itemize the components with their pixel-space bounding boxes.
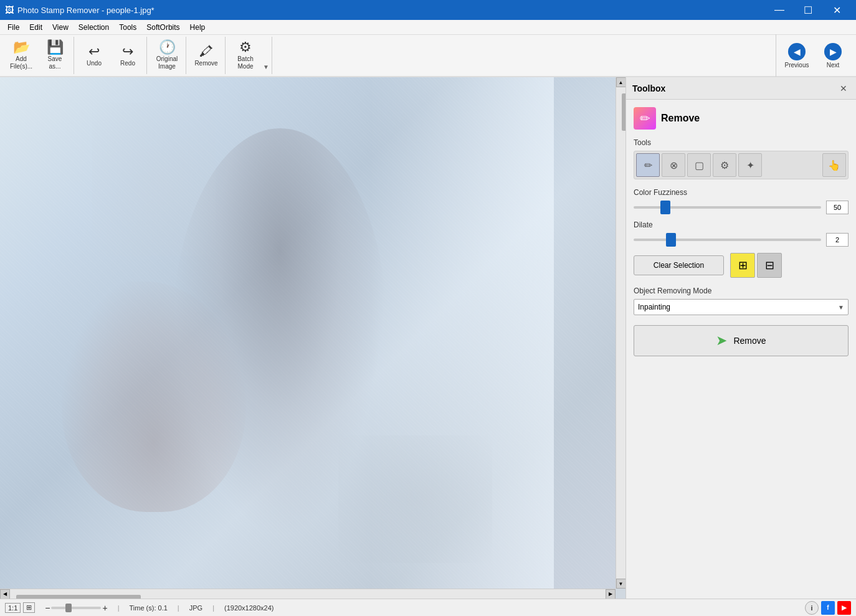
scroll-thumb-vertical[interactable] [622, 93, 626, 131]
maximize-button[interactable]: ☐ [794, 0, 822, 20]
object-removing-mode-label: Object Removing Mode [634, 287, 849, 295]
zoom-fit-icon[interactable]: ⊞ [23, 602, 35, 613]
status-zoom: 1:1 ⊞ [5, 602, 35, 613]
scroll-up-arrow[interactable]: ▲ [616, 77, 626, 87]
color-fuzziness-track [634, 206, 821, 209]
info-button[interactable]: i [805, 601, 819, 615]
toolbar-file-group: 📂 AddFile(s)... 💾 Saveas... [2, 37, 74, 74]
remove-action-button[interactable]: ➤ Remove [634, 325, 849, 356]
color-fuzziness-thumb[interactable] [660, 201, 670, 214]
close-button[interactable]: ✕ [822, 0, 851, 20]
selection-icon-1[interactable]: ⊞ [730, 253, 755, 278]
inpainting-dropdown[interactable]: Inpainting ▼ [634, 299, 849, 315]
remove-toolbar-icon: 🖍 [199, 45, 213, 59]
previous-button[interactable]: ◀ Previous [779, 36, 815, 75]
dilate-thumb[interactable] [666, 233, 676, 247]
magic-wand-tool-button[interactable]: ✦ [738, 153, 762, 177]
canvas-scrollbar-horizontal[interactable]: ◀ ▶ [0, 589, 616, 599]
original-image-icon: 🕐 [159, 40, 176, 54]
original-image-button[interactable]: 🕐 OriginalImage [151, 38, 183, 73]
smart-fill-tool-button[interactable]: ⚙ [713, 153, 736, 177]
dilate-row: 2 [634, 233, 849, 247]
previous-icon: ◀ [788, 43, 806, 60]
status-bar: 1:1 ⊞ − + | Time (s): 0.1 | JPG | (1920x… [0, 599, 856, 616]
clear-selection-button[interactable]: Clear Selection [634, 255, 724, 275]
dropdown-arrow-icon: ▼ [838, 304, 844, 311]
youtube-icon[interactable]: ▶ [837, 601, 851, 615]
remove-icon: ✏ [634, 107, 656, 130]
remove-toolbar-label: Remove [194, 60, 217, 67]
remove-toolbar-button[interactable]: 🖍 Remove [190, 38, 222, 73]
redo-label: Redo [120, 60, 135, 67]
zoom-slider: − + [45, 603, 107, 613]
menu-bar: File Edit View Selection Tools SoftOrbit… [0, 20, 856, 35]
scroll-down-arrow[interactable]: ▼ [616, 579, 626, 589]
selection-icons: ⊞ ⊟ [730, 253, 782, 278]
app-title: Photo Stamp Remover - people-1.jpg* [17, 6, 155, 15]
status-separator-2: | [178, 604, 179, 612]
batch-mode-button[interactable]: ⚙ BatchMode [229, 38, 262, 73]
rect-select-tool-button[interactable]: ▢ [687, 153, 711, 177]
status-separator-3: | [212, 604, 214, 612]
remove-arrow-icon: ➤ [716, 333, 727, 349]
menu-edit[interactable]: Edit [24, 22, 47, 33]
batch-mode-label: BatchMode [237, 55, 254, 70]
status-separator-1: | [118, 604, 120, 612]
add-files-button[interactable]: 📂 AddFile(s)... [5, 38, 37, 73]
canvas-scrollbar-vertical[interactable]: ▲ ▼ [616, 77, 625, 589]
main-area: ▲ ▼ ◀ ▶ Toolbox ✕ ✏ Remove T [0, 77, 856, 599]
minimize-button[interactable]: — [765, 0, 794, 20]
dilate-label: Dilate [634, 220, 849, 229]
dilate-slider[interactable] [634, 234, 821, 246]
save-as-icon: 💾 [47, 40, 64, 54]
menu-softorbits[interactable]: SoftOrbits [141, 22, 184, 33]
scroll-right-arrow[interactable]: ▶ [606, 589, 616, 599]
next-button[interactable]: ▶ Next [815, 36, 851, 75]
scroll-thumb-horizontal[interactable] [16, 595, 141, 599]
toolbar-edit-group: ↩ Undo ↪ Redo [75, 37, 147, 74]
color-fuzziness-value[interactable]: 50 [826, 201, 849, 214]
menu-view[interactable]: View [47, 22, 74, 33]
menu-selection[interactable]: Selection [74, 22, 114, 33]
next-icon: ▶ [824, 43, 842, 60]
menu-tools[interactable]: Tools [114, 22, 141, 33]
dilate-value[interactable]: 2 [826, 233, 849, 247]
selection-icon-2[interactable]: ⊟ [757, 253, 782, 278]
tools-section-label: Tools [634, 138, 849, 147]
add-files-icon: 📂 [13, 40, 30, 54]
color-fuzziness-row: 50 [634, 201, 849, 214]
toolbox-body: ✏ Remove Tools ✏ ⊗ ▢ ⚙ ✦ 👆 Color Fuzzine… [626, 100, 856, 599]
redo-button[interactable]: ↪ Redo [112, 38, 144, 73]
pencil-tool-button[interactable]: ✏ [636, 153, 660, 177]
app-logo-icon: 🖼 [5, 5, 14, 15]
eraser-tool-button[interactable]: ⊗ [662, 153, 685, 177]
menu-help[interactable]: Help [185, 22, 211, 33]
toolbar-image-group: 🕐 OriginalImage [148, 37, 186, 74]
toolbar-batch-group: ⚙ BatchMode ▼ [227, 37, 272, 74]
batch-dropdown-arrow[interactable]: ▼ [263, 64, 269, 74]
toolbox-close-button[interactable]: ✕ [837, 82, 850, 95]
save-as-button[interactable]: 💾 Saveas... [39, 38, 71, 73]
toolbar-remove-group: 🖍 Remove [188, 37, 226, 74]
tools-row: ✏ ⊗ ▢ ⚙ ✦ 👆 [634, 151, 849, 179]
remove-header: ✏ Remove [634, 107, 849, 130]
title-bar: 🖼 Photo Stamp Remover - people-1.jpg* — … [0, 0, 856, 20]
color-fuzziness-label: Color Fuzziness [634, 188, 849, 197]
shading-2 [338, 435, 492, 563]
status-time: Time (s): 0.1 [130, 604, 168, 612]
scroll-left-arrow[interactable]: ◀ [0, 589, 10, 599]
toolbox-header: Toolbox ✕ [626, 77, 856, 100]
add-files-label: AddFile(s)... [10, 55, 32, 70]
menu-file[interactable]: File [2, 22, 24, 33]
undo-icon: ↩ [88, 45, 100, 59]
zoom-plus-button[interactable]: + [102, 603, 107, 613]
zoom-minus-button[interactable]: − [45, 603, 50, 613]
zoom-thumb[interactable] [65, 604, 72, 612]
facebook-icon[interactable]: f [821, 601, 835, 615]
toolbox-title: Toolbox [632, 83, 665, 93]
undo-label: Undo [87, 60, 102, 67]
zoom-track[interactable] [51, 607, 101, 609]
undo-button[interactable]: ↩ Undo [78, 38, 110, 73]
stamp-tool-button[interactable]: 👆 [822, 153, 846, 177]
color-fuzziness-slider[interactable] [634, 201, 821, 214]
